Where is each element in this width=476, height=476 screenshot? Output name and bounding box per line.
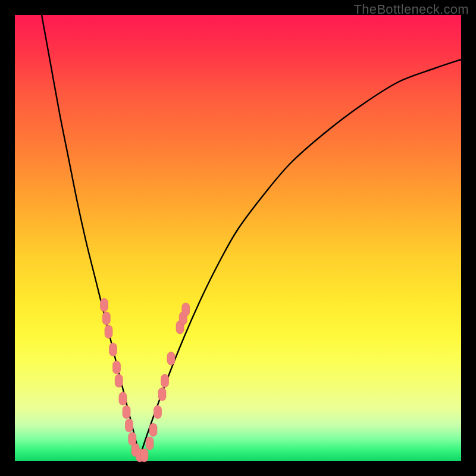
marker-point (161, 374, 169, 387)
marker-point (146, 437, 154, 450)
watermark-text: TheBottleneck.com (354, 2, 469, 17)
marker-point (167, 352, 175, 365)
marker-point (115, 374, 123, 387)
marker-point (126, 419, 133, 432)
marker-point (102, 312, 110, 325)
marker-point (113, 361, 121, 374)
marker-point (158, 388, 166, 401)
marker-point (109, 343, 117, 356)
marker-point (182, 303, 190, 316)
curve-left-branch (42, 15, 140, 457)
marker-point (119, 392, 127, 405)
marker-point (140, 449, 148, 462)
chart-svg (15, 15, 461, 461)
marker-point (149, 424, 157, 437)
chart-frame: TheBottleneck.com (0, 0, 476, 476)
bottleneck-curve (42, 15, 461, 457)
marker-point (123, 406, 130, 419)
data-markers (101, 299, 190, 462)
curve-right-branch (140, 60, 461, 457)
marker-point (154, 406, 162, 419)
marker-point (101, 299, 108, 312)
marker-point (105, 325, 112, 339)
